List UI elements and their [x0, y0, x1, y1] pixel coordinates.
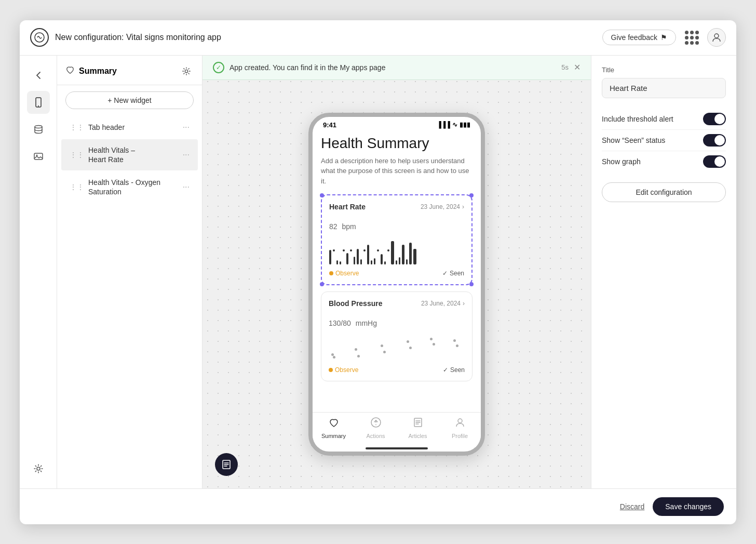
bottom-bar: Discard Save changes: [20, 488, 736, 524]
articles-icon: [412, 417, 424, 431]
config-title-input[interactable]: [602, 78, 726, 98]
main-content: Summary + New widget ⋮⋮ Tab header ···: [20, 56, 736, 488]
hr-unit: bpm: [342, 222, 356, 231]
app-title: New configuration: Vital signs monitorin…: [55, 33, 221, 42]
hr-card-title: Heart Rate: [329, 203, 366, 211]
notification-message: App created. You can find it in the My a…: [230, 63, 385, 72]
widget-name-hr: Health Vitals –Heart Rate: [88, 145, 179, 164]
hr-card-value: 82 bpm: [329, 214, 464, 233]
signal-icon: ▐▐▐: [437, 121, 450, 128]
bp-card-title: Blood Pressure: [329, 299, 382, 308]
icon-sidebar: [20, 56, 57, 488]
user-avatar[interactable]: [707, 28, 726, 47]
bp-card-value: 130/80 mmHg: [329, 311, 465, 330]
panel-settings-button[interactable]: [179, 64, 194, 78]
widget-panel-header: Summary: [57, 56, 202, 85]
notification-timer: 5s: [561, 63, 569, 71]
phone-status-bar: 9:41 ▐▐▐ ∿ ▮▮▮: [313, 117, 481, 131]
drag-handle-hr: ⋮⋮: [70, 151, 84, 159]
report-icon[interactable]: [215, 453, 238, 476]
widget-panel: Summary + New widget ⋮⋮ Tab header ···: [57, 56, 203, 488]
sidebar-phone-icon[interactable]: [27, 91, 50, 114]
nav-profile[interactable]: Profile: [439, 417, 481, 439]
notification-content: ✓ App created. You can find it in the My…: [213, 62, 385, 73]
svg-rect-5: [34, 153, 43, 160]
widget-item-health-hr[interactable]: ⋮⋮ Health Vitals –Heart Rate ···: [61, 139, 198, 170]
graph-toggle[interactable]: [703, 155, 726, 168]
phone-app-title: Health Summary: [321, 135, 473, 152]
new-widget-button[interactable]: + New widget: [65, 91, 194, 109]
widget-list: ⋮⋮ Tab header ··· ⋮⋮ Health Vitals –Hear…: [57, 115, 202, 488]
check-icon: ✓: [213, 62, 224, 73]
sidebar-database-icon[interactable]: [27, 118, 50, 141]
feedback-button[interactable]: Give feedback ⚑: [602, 30, 677, 45]
hr-card-footer: Observe ✓ Seen: [329, 270, 464, 277]
config-seen-row: Show “Seen” status: [602, 130, 726, 151]
sidebar-image-icon[interactable]: [27, 145, 50, 168]
hr-card-date: 23 June, 2024 ›: [421, 203, 464, 210]
nav-actions[interactable]: Actions: [355, 417, 397, 439]
widget-menu-hr[interactable]: ···: [183, 150, 190, 160]
save-button[interactable]: Save changes: [653, 497, 724, 516]
widget-name-ox: Health Vitals - Oxygen Saturation: [88, 178, 179, 196]
summary-label: Summary: [321, 433, 346, 439]
heart-rate-card[interactable]: Heart Rate 23 June, 2024 › 82 bpm: [321, 194, 473, 285]
svg-point-8: [185, 70, 187, 72]
hr-card-header: Heart Rate 23 June, 2024 ›: [329, 203, 464, 211]
bp-unit: mmHg: [356, 319, 377, 327]
config-threshold-row: Include threshold alert: [602, 109, 726, 130]
grid-icon[interactable]: [682, 28, 701, 47]
svg-point-6: [36, 154, 37, 156]
config-title-label: Title: [602, 66, 726, 74]
sidebar-settings-icon[interactable]: [27, 457, 50, 480]
profile-icon: [454, 417, 466, 431]
svg-point-1: [714, 34, 719, 38]
actions-icon: [370, 417, 382, 431]
profile-label: Profile: [452, 433, 468, 439]
drag-handle-ox: ⋮⋮: [70, 183, 84, 191]
widget-panel-title: Summary: [65, 65, 117, 77]
nav-summary[interactable]: Summary: [313, 417, 355, 439]
notification-banner: ✓ App created. You can find it in the My…: [203, 56, 591, 80]
bp-observe-badge: Observe: [329, 366, 358, 374]
config-graph-row: Show graph: [602, 151, 726, 172]
edit-config-button[interactable]: Edit configuration: [602, 182, 726, 202]
svg-point-4: [35, 125, 42, 128]
report-icon-button[interactable]: [215, 453, 238, 476]
config-seen-label: Show “Seen” status: [602, 136, 665, 144]
blood-pressure-card[interactable]: Blood Pressure 23 June, 2024 › 130/80 mm…: [321, 291, 473, 381]
hr-visualization: [329, 238, 464, 264]
seen-badge: ✓ Seen: [442, 270, 464, 277]
svg-point-7: [37, 467, 40, 470]
feedback-label: Give feedback: [611, 33, 658, 42]
widget-menu-ox[interactable]: ···: [183, 182, 190, 192]
flag-icon: ⚑: [660, 33, 667, 42]
phone-description: Add a description here to help users und…: [321, 156, 473, 187]
top-bar: New configuration: Vital signs monitorin…: [20, 20, 736, 56]
summary-icon: [328, 417, 340, 431]
config-title-section: Title: [602, 66, 726, 98]
heart-icon: [65, 65, 75, 77]
threshold-toggle[interactable]: [703, 113, 726, 125]
sidebar-back-button[interactable]: [27, 64, 50, 87]
phone-nav: Summary Actions: [313, 412, 481, 447]
svg-point-11: [458, 419, 462, 423]
widget-item-health-ox[interactable]: ⋮⋮ Health Vitals - Oxygen Saturation ···: [61, 171, 198, 203]
arrow-right-icon: ›: [462, 203, 464, 210]
bp-arrow-icon: ›: [463, 300, 465, 307]
bp-card-footer: Observe ✓ Seen: [329, 366, 465, 374]
widget-menu-tab[interactable]: ···: [183, 123, 190, 132]
seen-toggle[interactable]: [703, 134, 726, 147]
notification-close[interactable]: ✕: [574, 62, 580, 72]
nav-articles[interactable]: Articles: [397, 417, 439, 439]
top-bar-right: Give feedback ⚑: [602, 28, 726, 47]
widget-item-tab-header[interactable]: ⋮⋮ Tab header ···: [61, 116, 198, 138]
discard-button[interactable]: Discard: [620, 502, 644, 511]
bp-visualization: [329, 335, 465, 361]
bp-seen-badge: ✓ Seen: [443, 366, 465, 374]
svg-point-3: [38, 105, 39, 107]
top-bar-left: New configuration: Vital signs monitorin…: [30, 28, 221, 47]
phone-time: 9:41: [323, 121, 336, 129]
panel-title-label: Summary: [79, 67, 117, 76]
actions-label: Actions: [366, 433, 385, 439]
